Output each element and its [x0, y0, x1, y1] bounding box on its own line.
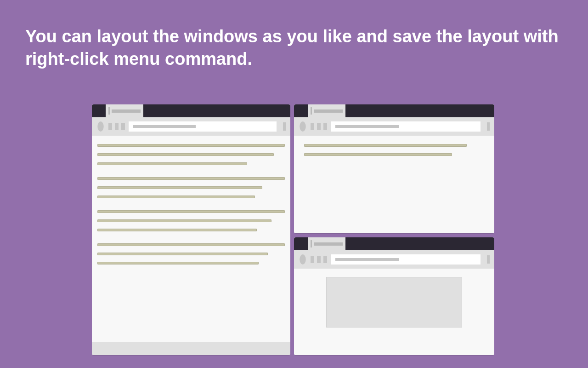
- back-button[interactable]: [311, 123, 314, 130]
- text-line-placeholder: [97, 219, 271, 222]
- back-button[interactable]: [311, 256, 314, 263]
- text-paragraph: [97, 210, 285, 231]
- address-text-placeholder: [133, 125, 196, 128]
- page-content: [294, 269, 494, 355]
- image-placeholder: [326, 277, 462, 328]
- text-line-placeholder: [97, 229, 257, 231]
- titlebar[interactable]: [294, 237, 494, 250]
- address-bar[interactable]: [331, 121, 481, 132]
- profile-avatar-icon[interactable]: [300, 121, 306, 132]
- nav-buttons: [311, 256, 327, 263]
- tab-favicon: [311, 240, 312, 247]
- tab-favicon: [311, 107, 312, 115]
- menu-icon[interactable]: [487, 122, 490, 131]
- reload-button[interactable]: [323, 256, 327, 263]
- text-line-placeholder: [97, 153, 274, 156]
- browser-tab[interactable]: [106, 104, 143, 117]
- window-layout-canvas: [92, 104, 496, 355]
- text-line-placeholder: [97, 253, 268, 255]
- toolbar: [92, 117, 290, 136]
- text-paragraph: [304, 144, 489, 156]
- address-text-placeholder: [335, 258, 399, 261]
- browser-tab[interactable]: [308, 104, 345, 117]
- titlebar-spacer: [294, 104, 308, 117]
- reload-button[interactable]: [323, 123, 327, 130]
- profile-avatar-icon[interactable]: [300, 254, 306, 264]
- tab-title-placeholder: [314, 109, 343, 113]
- text-paragraph: [97, 177, 285, 198]
- text-line-placeholder: [97, 186, 262, 189]
- titlebar[interactable]: [294, 104, 494, 117]
- tab-favicon: [108, 107, 110, 115]
- nav-buttons: [311, 123, 327, 130]
- forward-button[interactable]: [317, 256, 321, 263]
- titlebar-spacer: [294, 237, 308, 250]
- tab-title-placeholder: [112, 109, 141, 113]
- browser-window-c[interactable]: [294, 237, 494, 355]
- page-content: [294, 136, 494, 233]
- address-bar[interactable]: [129, 121, 277, 132]
- toolbar: [294, 117, 494, 136]
- nav-buttons: [108, 123, 125, 130]
- menu-icon[interactable]: [283, 122, 286, 131]
- text-paragraph: [97, 144, 285, 165]
- forward-button[interactable]: [115, 123, 119, 130]
- browser-window-a[interactable]: [92, 104, 290, 355]
- profile-avatar-icon[interactable]: [97, 121, 104, 132]
- text-line-placeholder: [97, 144, 285, 147]
- titlebar-spacer: [92, 104, 106, 117]
- page-headline: You can layout the windows as you like a…: [25, 25, 563, 71]
- text-line-placeholder: [97, 162, 247, 165]
- forward-button[interactable]: [317, 123, 321, 130]
- tab-title-placeholder: [314, 242, 343, 246]
- text-line-placeholder: [97, 262, 259, 264]
- text-line-placeholder: [97, 243, 285, 246]
- address-bar[interactable]: [331, 254, 481, 264]
- text-paragraph: [97, 243, 285, 264]
- status-bar: [92, 342, 290, 355]
- text-line-placeholder: [97, 210, 285, 213]
- back-button[interactable]: [108, 123, 112, 130]
- titlebar[interactable]: [92, 104, 290, 117]
- page-content: [92, 136, 290, 342]
- browser-window-b[interactable]: [294, 104, 494, 233]
- text-line-placeholder: [304, 153, 452, 156]
- address-text-placeholder: [335, 125, 399, 128]
- reload-button[interactable]: [121, 123, 125, 130]
- text-line-placeholder: [97, 177, 285, 180]
- browser-tab[interactable]: [308, 237, 345, 250]
- text-line-placeholder: [97, 196, 255, 198]
- toolbar: [294, 250, 494, 269]
- menu-icon[interactable]: [487, 255, 490, 264]
- text-line-placeholder: [304, 144, 467, 147]
